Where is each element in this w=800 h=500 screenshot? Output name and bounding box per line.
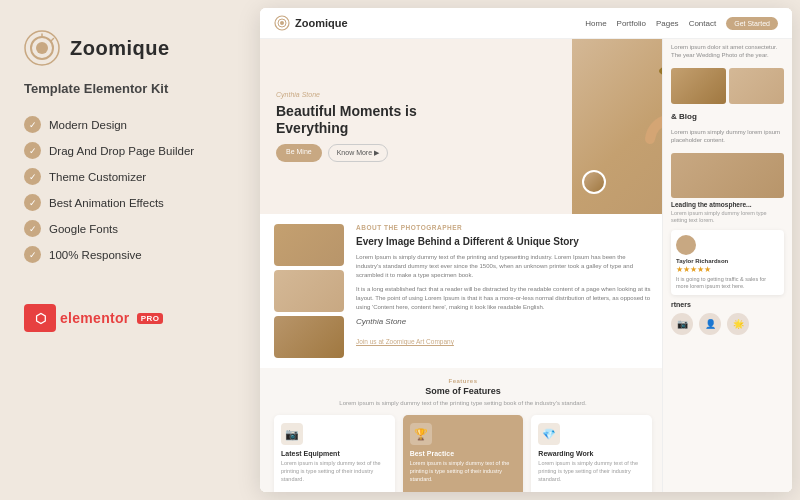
feature-item-responsive: ✓ 100% Responsive [24,246,236,263]
feature-card-title: Best Practice [410,450,517,457]
pro-badge: PRO [137,313,164,324]
nav-link-contact[interactable]: Contact [689,19,717,28]
feature-card-practice: 🏆 Best Practice Lorem ipsum is simply du… [403,415,524,492]
left-panel: Zoomique Template Elementor Kit ✓ Modern… [0,0,260,500]
nav-logo-text: Zoomique [295,17,348,29]
about-signature: Cynthia Stone [356,317,652,326]
feature-label: Google Fonts [49,223,118,235]
diamond-icon: 💎 [538,423,560,445]
feature-card-title: Rewarding Work [538,450,645,457]
mockup-right-side: Why People Believe in Photography? Lorem… [662,8,792,492]
feature-card-text: Lorem ipsum is simply dummy text of the … [410,460,517,483]
hero-subtitle: Cynthia Stone [276,91,424,98]
about-text-1: Lorem Ipsum is simply dummy text of the … [356,253,652,280]
testimonial-avatar [676,235,696,255]
logo-text: Zoomique [70,37,170,60]
gallery-thumb-3 [274,316,344,358]
partners-row: 📷 👤 🌟 [671,313,784,335]
gallery-thumb-2 [274,270,344,312]
feature-item-modern-design: ✓ Modern Design [24,116,236,133]
side-photo-grid [671,68,784,104]
nav-link-home[interactable]: Home [585,19,606,28]
side-why-text: Lorem ipsum dolor sit amet consectetur. … [671,43,784,60]
check-icon: ✓ [24,220,41,237]
side-blog-item: Leading the atmosphere... Lorem ipsum si… [671,153,784,224]
hero-secondary-button[interactable]: Know More ▶ [328,144,388,162]
check-icon: ✓ [24,116,41,133]
mockup-scroll: Zoomique Home Portfolio Pages Contact Ge… [260,8,792,492]
logo-row: Zoomique [24,30,236,66]
feature-label: Drag And Drop Page Builder [49,145,194,157]
elementor-icon: ⬡ [24,304,56,332]
features-cards: 📷 Latest Equipment Lorem ipsum is simply… [274,415,652,492]
feature-card-rewarding: 💎 Rewarding Work Lorem ipsum is simply d… [531,415,652,492]
side-blog-image [671,153,784,198]
about-link[interactable]: Join us at Zoomique Art Company [356,338,454,345]
features-subtitle: Lorem ipsum is simply dummy text of the … [338,399,588,407]
nav-link-pages[interactable]: Pages [656,19,679,28]
nav-link-portfolio[interactable]: Portfolio [617,19,646,28]
features-overline: Features [274,378,652,384]
side-blog-item-text: Lorem ipsum simply dummy lorem type sett… [671,210,784,224]
hero-title: Beautiful Moments is Everything [276,103,424,137]
about-overline: About The Photographer [356,224,652,231]
template-label: Template Elementor Kit [24,80,236,98]
side-testimonial: Taylor Richardson ★★★★★ It is going to g… [671,230,784,295]
nav-logo-icon [274,15,290,31]
partner-icon-3: 🌟 [727,313,749,335]
testimonial-text: It is going to getting traffic & sales f… [676,276,779,290]
svg-point-7 [280,21,284,25]
feature-label: Modern Design [49,119,127,131]
partners-title: rtners [671,301,784,308]
hero-content: Cynthia Stone Beautiful Moments is Every… [260,77,440,177]
trophy-icon: 🏆 [410,423,432,445]
avatar-bottom-left [582,170,606,194]
feature-item-google-fonts: ✓ Google Fonts [24,220,236,237]
elementor-badge: ⬡ elementor PRO [24,304,236,332]
feature-card-text: Lorem ipsum is simply dummy text of the … [538,460,645,483]
hero-buttons: Be Mine Know More ▶ [276,144,424,162]
check-icon: ✓ [24,142,41,159]
feature-label: Best Animation Effects [49,197,164,209]
testimonial-name: Taylor Richardson [676,258,779,264]
about-title: Every Image Behind a Different & Unique … [356,235,652,248]
feature-item-theme-customizer: ✓ Theme Customizer [24,168,236,185]
check-icon: ✓ [24,168,41,185]
svg-point-2 [36,42,48,54]
features-list: ✓ Modern Design ✓ Drag And Drop Page Bui… [24,116,236,272]
feature-card-equipment: 📷 Latest Equipment Lorem ipsum is simply… [274,415,395,492]
side-blog-item-title: Leading the atmosphere... [671,201,784,208]
nav-links: Home Portfolio Pages Contact Get Started [585,17,778,30]
feature-item-drag-drop: ✓ Drag And Drop Page Builder [24,142,236,159]
side-blog-title: & Blog [671,112,784,122]
partner-icon-2: 👤 [699,313,721,335]
elementor-logo: ⬡ elementor PRO [24,304,163,332]
nav-cta-button[interactable]: Get Started [726,17,778,30]
about-text-2: It is a long established fact that a rea… [356,285,652,312]
side-photo-2 [729,68,784,104]
hero-primary-button[interactable]: Be Mine [276,144,322,162]
camera-icon: 📷 [281,423,303,445]
feature-card-text: Lorem ipsum is simply dummy text of the … [281,460,388,483]
elementor-text: elementor [60,310,130,326]
about-content: About The Photographer Every Image Behin… [356,224,652,358]
feature-card-title: Latest Equipment [281,450,388,457]
testimonial-stars: ★★★★★ [676,265,779,274]
nav-logo: Zoomique [274,15,348,31]
side-blog-subtext: Lorem ipsum simply dummy lorem ipsum pla… [671,128,784,145]
right-panel: Zoomique Home Portfolio Pages Contact Ge… [260,8,792,492]
feature-label: 100% Responsive [49,249,142,261]
check-icon: ✓ [24,246,41,263]
check-icon: ✓ [24,194,41,211]
feature-item-animation: ✓ Best Animation Effects [24,194,236,211]
gallery-thumb-1 [274,224,344,266]
feature-label: Theme Customizer [49,171,146,183]
features-title: Some of Features [274,386,652,396]
partner-icon-1: 📷 [671,313,693,335]
gallery-thumbs [274,224,344,358]
navbar: Zoomique Home Portfolio Pages Contact Ge… [260,8,792,39]
side-photo-1 [671,68,726,104]
logo-icon [24,30,60,66]
